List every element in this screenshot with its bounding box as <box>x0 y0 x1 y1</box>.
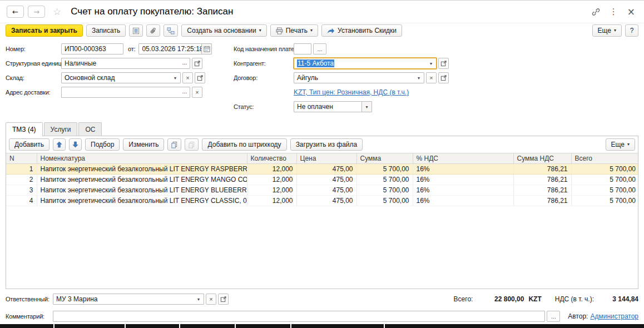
table-cell[interactable]: 16% <box>413 164 513 175</box>
open-button[interactable] <box>438 72 449 83</box>
table-cell[interactable]: 475,00 <box>296 196 356 206</box>
tab-os[interactable]: ОС <box>78 122 102 136</box>
table-cell[interactable]: 5 700,00 <box>571 164 638 175</box>
clear-button[interactable]: × <box>192 87 202 98</box>
chevron-down-icon[interactable]: ▾ <box>194 294 204 304</box>
author-link[interactable]: Администратор <box>590 312 638 320</box>
clear-button[interactable]: × <box>182 72 193 83</box>
choose-button[interactable]: ... <box>313 43 326 54</box>
column-header[interactable]: Сумма <box>356 153 413 164</box>
column-header[interactable]: N <box>6 153 37 164</box>
table-cell[interactable]: 786,21 <box>513 185 571 196</box>
column-header[interactable]: % НДС <box>413 153 513 164</box>
chevron-down-icon[interactable]: ▾ <box>414 73 424 83</box>
attachments-button[interactable] <box>146 24 160 37</box>
save-button[interactable]: Записать <box>86 24 126 37</box>
back-button[interactable]: ← <box>7 6 24 18</box>
table-cell[interactable]: 475,00 <box>296 164 356 175</box>
load-from-file-button[interactable]: Загрузить из файла <box>290 138 363 151</box>
table-cell[interactable]: 12,000 <box>247 185 296 196</box>
document-register-button[interactable] <box>129 24 143 37</box>
table-cell[interactable]: 16% <box>413 175 513 185</box>
paste-rows-button[interactable] <box>185 138 199 151</box>
more-menu-icon[interactable]: ⋮ <box>610 8 618 16</box>
column-header[interactable]: Количество <box>247 153 296 164</box>
warehouse-field[interactable]: Основной склад ▾ <box>61 72 181 83</box>
table-cell[interactable]: 12,000 <box>247 196 296 206</box>
chevron-down-icon[interactable]: ▾ <box>170 73 180 83</box>
get-link-icon[interactable] <box>592 8 600 16</box>
table-cell[interactable]: Напиток энергетический безалкогольный LI… <box>37 164 247 175</box>
choose-icon[interactable]: ... <box>180 58 190 68</box>
add-by-barcode-button[interactable]: Добавить по штрихкоду <box>202 138 286 151</box>
counterparty-field[interactable]: 11-5 Акбота ▾ <box>294 58 437 69</box>
contract-field[interactable]: Айгуль ▾ <box>294 72 424 83</box>
open-button[interactable] <box>195 72 205 83</box>
taskbar-item[interactable] <box>385 324 644 328</box>
price-type-link[interactable]: KZT, Тип цен: Розничная, НДС (в т.ч.) <box>294 88 409 96</box>
help-button[interactable]: ? <box>625 24 638 37</box>
add-row-button[interactable]: Добавить <box>9 138 49 151</box>
column-header[interactable]: Номенклатура <box>37 153 247 164</box>
table-cell[interactable]: 5 700,00 <box>571 185 638 196</box>
more-button[interactable]: Еще ▾ <box>592 24 622 37</box>
taskbar-item[interactable] <box>55 324 125 328</box>
table-cell[interactable]: 5 700,00 <box>571 175 638 185</box>
comment-field[interactable] <box>53 311 545 322</box>
delivery-address-field[interactable]: ... <box>61 87 190 98</box>
column-header[interactable]: Цена <box>296 153 356 164</box>
tab-services[interactable]: Услуги <box>44 122 78 136</box>
open-button[interactable] <box>218 294 229 305</box>
move-row-up-button[interactable] <box>53 138 66 151</box>
chevron-down-icon[interactable]: ▾ <box>361 102 371 112</box>
clear-button[interactable]: × <box>426 72 437 83</box>
structural-unit-field[interactable]: Наличные ... <box>61 58 190 69</box>
forward-button[interactable]: → <box>28 6 45 18</box>
choose-icon[interactable]: ... <box>180 87 190 97</box>
move-row-down-button[interactable] <box>69 138 82 151</box>
open-button[interactable] <box>192 58 202 69</box>
table-cell[interactable]: Напиток энергетический безалкогольный LI… <box>37 175 247 185</box>
table-cell[interactable]: 786,21 <box>513 175 571 185</box>
table-row[interactable]: 1Напиток энергетический безалкогольный L… <box>6 164 638 175</box>
table-cell[interactable]: 12,000 <box>247 175 296 185</box>
copy-rows-button[interactable] <box>167 138 181 151</box>
table-cell[interactable]: 5 700,00 <box>356 164 413 175</box>
open-button[interactable] <box>438 58 449 69</box>
table-cell[interactable]: 12,000 <box>247 164 296 175</box>
taskbar-item[interactable] <box>236 324 290 328</box>
column-header[interactable]: Сумма НДС <box>513 153 571 164</box>
taskbar-item[interactable] <box>180 324 235 328</box>
chevron-down-icon[interactable]: ▾ <box>426 58 436 68</box>
table-cell[interactable]: Напиток энергетический безалкогольный LI… <box>37 185 247 196</box>
table-cell[interactable]: 3 <box>6 185 37 196</box>
create-based-on-button[interactable]: Создать на основании ▾ <box>181 24 267 37</box>
related-documents-button[interactable] <box>164 24 178 37</box>
table-cell[interactable]: 475,00 <box>296 185 356 196</box>
responsible-field[interactable]: МУ 3 Марина ▾ <box>53 294 204 305</box>
items-more-button[interactable]: Еще ▾ <box>606 138 635 151</box>
save-and-close-button[interactable]: Записать и закрыть <box>6 24 83 37</box>
table-cell[interactable]: 4 <box>6 196 37 206</box>
table-row[interactable]: 4Напиток энергетический безалкогольный L… <box>6 196 638 206</box>
date-field[interactable]: 05.03.2026 17:25:18 <box>138 43 212 54</box>
status-field[interactable]: Не оплачен ▾ <box>294 101 372 112</box>
taskbar-item[interactable] <box>126 324 179 328</box>
table-cell[interactable]: 5 700,00 <box>571 196 638 206</box>
table-cell[interactable]: 786,21 <box>513 164 571 175</box>
print-button[interactable]: Печать ▾ <box>270 24 318 37</box>
table-cell[interactable]: 5 700,00 <box>356 175 413 185</box>
close-icon[interactable]: × <box>627 7 635 17</box>
table-cell[interactable]: 786,21 <box>513 196 571 206</box>
calendar-icon[interactable] <box>201 44 211 54</box>
table-cell[interactable]: Напиток энергетический безалкогольный LI… <box>37 196 247 206</box>
tab-tmz[interactable]: ТМЗ (4) <box>6 122 43 136</box>
taskbar-item[interactable] <box>0 324 53 328</box>
number-field[interactable]: ИП00-000363 <box>61 43 123 54</box>
set-discounts-button[interactable]: Установить Скидки <box>321 24 402 37</box>
table-cell[interactable]: 16% <box>413 196 513 206</box>
table-cell[interactable]: 475,00 <box>296 175 356 185</box>
edit-row-button[interactable]: Изменить <box>123 138 164 151</box>
column-header[interactable]: Всего <box>571 153 638 164</box>
table-cell[interactable]: 5 700,00 <box>356 185 413 196</box>
